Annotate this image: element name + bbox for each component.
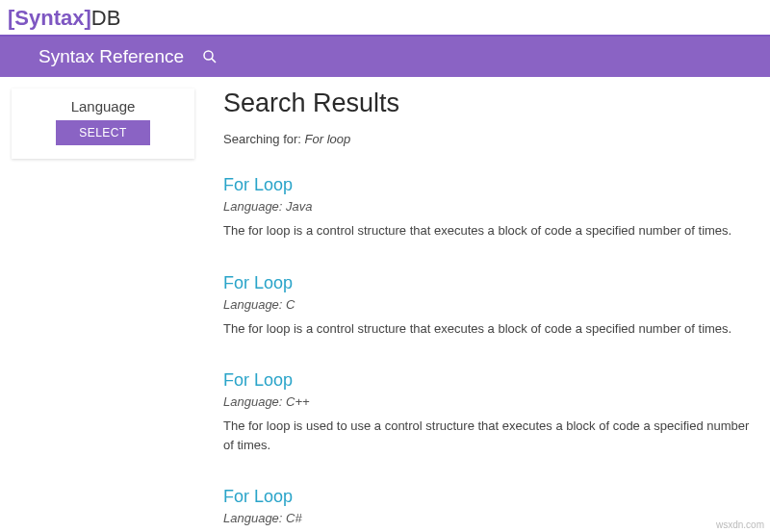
svg-line-1 (212, 59, 216, 63)
result-description: The for loop is a control structure that… (223, 221, 751, 241)
result-description: The for loop is a control structure that… (223, 319, 751, 339)
logo-bracket-close: ] (84, 6, 90, 30)
result-language: Language: C (223, 297, 751, 312)
search-result: For Loop Language: Java The for loop is … (223, 175, 751, 241)
logo-syntax: Syntax (14, 6, 84, 30)
search-icon[interactable] (201, 48, 218, 65)
logo[interactable]: [Syntax]DB (8, 6, 120, 30)
nav-title[interactable]: Syntax Reference (38, 46, 184, 67)
result-title-link[interactable]: For Loop (223, 370, 751, 391)
svg-point-0 (204, 51, 213, 60)
searching-term: For loop (305, 132, 351, 146)
navbar: Syntax Reference (0, 37, 770, 77)
language-select-button[interactable]: SELECT (56, 120, 150, 145)
result-language: Language: C++ (223, 394, 751, 409)
main: Search Results Searching for: For loop F… (223, 89, 770, 532)
watermark: wsxdn.com (716, 519, 764, 530)
result-language: Language: Java (223, 199, 751, 214)
result-description: The for loop is used to use a control st… (223, 417, 751, 454)
searching-for: Searching for: For loop (223, 132, 751, 146)
result-language: Language: C# (223, 511, 751, 525)
logo-db: DB (91, 6, 121, 30)
page-title: Search Results (223, 89, 751, 118)
search-result: For Loop Language: C The for loop is a c… (223, 273, 751, 339)
result-title-link[interactable]: For Loop (223, 175, 751, 195)
content: Language SELECT Search Results Searching… (0, 77, 770, 532)
sidebar-title: Language (12, 98, 194, 114)
searching-prefix: Searching for: (223, 132, 305, 146)
search-result: For Loop Language: C# (223, 487, 751, 525)
result-title-link[interactable]: For Loop (223, 273, 751, 293)
search-result: For Loop Language: C++ The for loop is u… (223, 370, 751, 454)
result-title-link[interactable]: For Loop (223, 487, 751, 507)
sidebar-language: Language SELECT (12, 89, 194, 159)
header: [Syntax]DB (0, 0, 770, 37)
